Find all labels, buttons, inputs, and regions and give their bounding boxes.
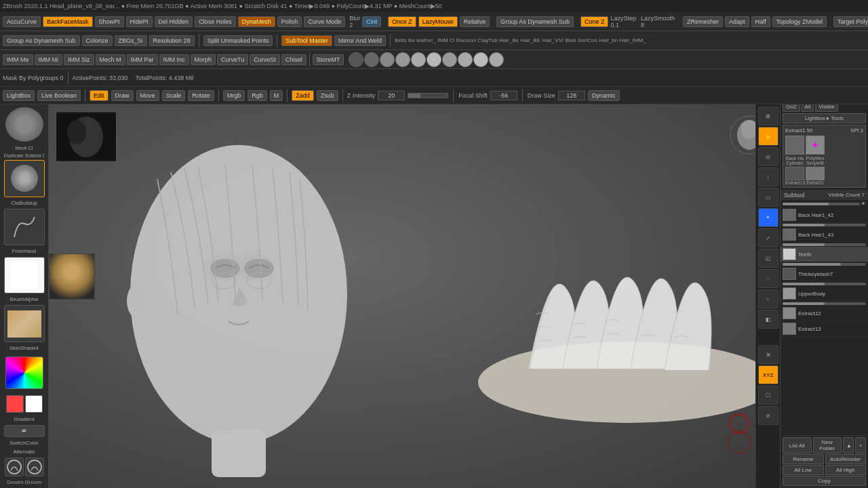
edit-btn[interactable]: Edit xyxy=(90,90,108,101)
curvetu-btn[interactable]: CurveTu xyxy=(217,54,248,65)
polish-btn[interactable]: Polish xyxy=(277,16,302,27)
frame-icon-btn[interactable]: ◱ xyxy=(758,249,778,268)
skin-shade-brush[interactable] xyxy=(4,305,45,342)
expand-icon-btn[interactable]: ↕ xyxy=(758,167,778,186)
rgb-btn[interactable]: Rgb xyxy=(248,90,267,101)
lazy-mouse-btn[interactable]: LazyMouse xyxy=(418,16,458,27)
color-gradient[interactable] xyxy=(5,357,43,389)
focal-shift-input[interactable] xyxy=(490,91,517,100)
hidept-btn[interactable]: HidePt xyxy=(126,16,153,27)
subtool-upperbody[interactable]: UpperBody xyxy=(781,286,868,302)
live-boolean-btn[interactable]: Live Boolean xyxy=(37,90,81,101)
move-icon-btn[interactable]: ✋ xyxy=(758,127,778,146)
m-only-btn[interactable]: M xyxy=(270,90,283,101)
draw-size-input[interactable] xyxy=(558,91,585,100)
adapt-btn[interactable]: Adapt xyxy=(725,16,749,27)
primary-color-swatch[interactable] xyxy=(6,395,24,413)
freehand-brush[interactable] xyxy=(4,209,45,245)
clip-icon-btn[interactable]: ☐ xyxy=(758,386,778,405)
backface-mask-btn[interactable]: BackFaceMask xyxy=(43,16,93,27)
all-high-btn[interactable]: All High xyxy=(825,465,867,475)
canvas-area[interactable] xyxy=(49,104,780,488)
z-intensity-input[interactable] xyxy=(378,91,405,100)
switch-color-btn[interactable]: ⇄ xyxy=(4,425,45,437)
target-polycount-btn[interactable]: Target Polycount 5 xyxy=(833,16,868,27)
cone-z-btn[interactable]: Cone Z xyxy=(580,16,609,27)
bh43-slider[interactable] xyxy=(783,243,866,246)
subtool-extract12[interactable]: Extract12 xyxy=(781,306,868,321)
scale-btn[interactable]: Scale xyxy=(162,90,186,101)
groom1-brush[interactable] xyxy=(5,458,24,476)
local-icon-btn[interactable]: ⌖ xyxy=(758,208,778,227)
subtool-teeth[interactable]: Teeth xyxy=(781,247,868,262)
snap-icon-btn[interactable]: ◧ xyxy=(758,310,778,329)
relative-btn[interactable]: Relative xyxy=(460,16,490,27)
imm-mi-btn[interactable]: IMM Mi xyxy=(35,54,63,65)
imm-siz-btn[interactable]: IMM Siz xyxy=(64,54,94,65)
secondary-color-swatch[interactable] xyxy=(25,395,43,413)
xyz-icon-btn[interactable]: ⤢ xyxy=(758,228,778,247)
del-hidden-btn[interactable]: Del Hidden xyxy=(155,16,193,27)
zremesher-btn[interactable]: ZRemesher xyxy=(683,16,723,27)
subtool-master-btn[interactable]: SubTool Master xyxy=(281,35,332,46)
pointer-icon-btn[interactable]: ☞ xyxy=(758,269,778,288)
subtool-extract13[interactable]: Extract13 xyxy=(781,321,868,337)
lightbox-btn[interactable]: LightBox xyxy=(3,90,35,101)
showpt-btn[interactable]: ShowPt xyxy=(95,16,124,27)
imm-par-btn[interactable]: IMM Par xyxy=(127,54,158,65)
resolution-btn[interactable]: Resolution 28 xyxy=(149,35,195,46)
subtool-slider-1[interactable] xyxy=(783,203,860,205)
floor-icon-btn[interactable]: ▭ xyxy=(758,188,778,207)
z-intensity-slider[interactable] xyxy=(408,93,448,98)
teeth-thumb[interactable] xyxy=(806,167,825,180)
close-holes-btn[interactable]: Close Holes xyxy=(195,16,236,27)
select-icon-btn[interactable]: ⊞ xyxy=(758,106,778,125)
group-as-sub-btn[interactable]: Group As Dynamesh Sub xyxy=(496,16,574,27)
group-dyna-btn2[interactable]: Group As Dynamesh Sub xyxy=(3,35,80,46)
new-folder-btn[interactable]: New Folder xyxy=(813,437,842,453)
thickeyelash-slider-bar[interactable] xyxy=(783,283,866,285)
morph-btn[interactable]: Morph xyxy=(191,54,216,65)
action-icon-btn[interactable]: ◎ xyxy=(758,147,778,166)
add-btn[interactable]: + xyxy=(855,437,866,453)
once-z-btn[interactable]: Once Z xyxy=(388,16,416,27)
zadd-btn[interactable]: Zadd xyxy=(292,90,314,101)
tool-thumb-s[interactable]: ✦ xyxy=(806,136,825,155)
rotate-btn[interactable]: Rotate xyxy=(188,90,214,101)
all-low-btn[interactable]: All Low xyxy=(783,465,824,475)
imm-inc-btn[interactable]: IMM Inc xyxy=(159,54,189,65)
mech-m-btn[interactable]: Mech M xyxy=(96,54,125,65)
mrgb-btn[interactable]: Mrgb xyxy=(223,90,245,101)
store-mt-btn[interactable]: StoreMT xyxy=(313,54,344,65)
groom2-brush[interactable] xyxy=(25,458,44,476)
copy-bottom-btn[interactable]: Copy xyxy=(783,476,866,486)
teeth-slider-bar[interactable] xyxy=(783,263,866,266)
colorize-btn2[interactable]: Colorize xyxy=(82,35,113,46)
brush-selector-circle[interactable] xyxy=(5,107,43,142)
extract13-thumb[interactable] xyxy=(785,167,804,180)
curvest-btn[interactable]: CurveSt xyxy=(250,54,280,65)
chisel-btn[interactable]: Chisel xyxy=(281,54,307,65)
tool-thumb-cylinder[interactable] xyxy=(785,136,804,155)
lightbox-tools-btn[interactable]: Lightbox ▸ Tools xyxy=(783,113,866,123)
dynamesh-btn[interactable]: DynaMesh xyxy=(238,16,275,27)
subtool-back-hair-43[interactable]: Back Hair1_43 xyxy=(781,227,868,243)
curve-mode-btn[interactable]: Curve Mode xyxy=(304,16,345,27)
topo-zmodel-btn[interactable]: Topology ZModel xyxy=(772,16,827,27)
brush-alpha[interactable] xyxy=(4,257,45,293)
draw-btn[interactable]: Draw xyxy=(111,90,134,101)
zbgs-btn[interactable]: ZBGs_Si xyxy=(115,35,147,46)
imm-me-btn[interactable]: IMM Me xyxy=(3,54,33,65)
mirror-weld-btn[interactable]: Mirror And Weld xyxy=(334,35,386,46)
subtool-title[interactable]: Subtool Visible Count 7 xyxy=(781,190,868,200)
clay-buildup-brush[interactable] xyxy=(4,160,45,197)
move-draw-btn[interactable]: Move xyxy=(136,90,159,101)
circle-icon-btn[interactable]: ○ xyxy=(758,289,778,308)
close-icon-btn[interactable]: ✕ xyxy=(758,345,778,364)
bh42-slider[interactable] xyxy=(783,224,866,226)
upperbody-slider-bar[interactable] xyxy=(783,302,866,305)
rename-btn[interactable]: Rename xyxy=(783,454,824,464)
subtool-thickeyelash[interactable]: Thickeyelash7 xyxy=(781,266,868,282)
zsub-btn[interactable]: Zsub xyxy=(317,90,338,101)
color-wheel-area[interactable] xyxy=(5,355,43,390)
